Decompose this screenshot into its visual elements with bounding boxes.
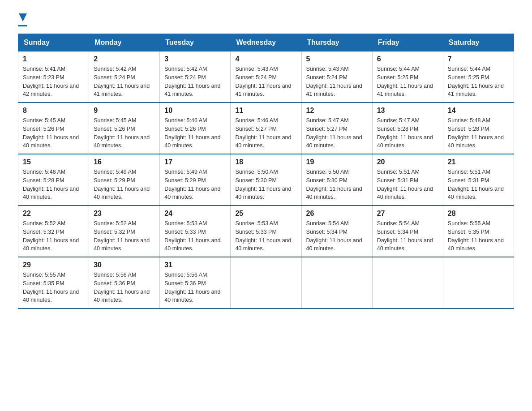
day-info: Sunrise: 5:43 AMSunset: 5:24 PMDaylight:… [235, 66, 291, 97]
day-number: 21 [448, 158, 509, 166]
day-info: Sunrise: 5:48 AMSunset: 5:28 PMDaylight:… [23, 169, 79, 200]
logo [18, 13, 27, 26]
day-number: 8 [23, 107, 84, 115]
day-info: Sunrise: 5:50 AMSunset: 5:30 PMDaylight:… [306, 169, 362, 200]
day-info: Sunrise: 5:51 AMSunset: 5:31 PMDaylight:… [448, 169, 504, 200]
day-number: 1 [23, 55, 84, 63]
day-of-week-header: Thursday [301, 34, 372, 51]
day-number: 5 [306, 55, 368, 63]
calendar-day-cell: 28 Sunrise: 5:55 AMSunset: 5:35 PMDaylig… [443, 206, 514, 257]
day-number: 16 [94, 158, 155, 166]
day-number: 19 [306, 158, 368, 166]
calendar-day-cell: 17 Sunrise: 5:49 AMSunset: 5:29 PMDaylig… [160, 154, 231, 206]
day-number: 10 [164, 107, 226, 115]
calendar-day-cell: 22 Sunrise: 5:52 AMSunset: 5:32 PMDaylig… [18, 206, 89, 257]
calendar-day-cell: 14 Sunrise: 5:48 AMSunset: 5:28 PMDaylig… [443, 103, 514, 154]
day-number: 28 [448, 210, 509, 218]
day-info: Sunrise: 5:49 AMSunset: 5:29 PMDaylight:… [164, 169, 220, 200]
day-of-week-header: Friday [372, 34, 443, 51]
calendar-day-cell: 12 Sunrise: 5:47 AMSunset: 5:27 PMDaylig… [301, 103, 372, 154]
calendar-day-cell: 2 Sunrise: 5:42 AMSunset: 5:24 PMDayligh… [89, 51, 160, 103]
day-number: 7 [448, 55, 509, 63]
calendar-day-cell: 25 Sunrise: 5:53 AMSunset: 5:33 PMDaylig… [231, 206, 301, 257]
day-number: 15 [23, 158, 84, 166]
day-info: Sunrise: 5:54 AMSunset: 5:34 PMDaylight:… [377, 220, 433, 252]
calendar-day-cell: 20 Sunrise: 5:51 AMSunset: 5:31 PMDaylig… [372, 154, 443, 206]
day-of-week-header: Sunday [18, 34, 89, 51]
calendar-day-cell: 16 Sunrise: 5:49 AMSunset: 5:29 PMDaylig… [89, 154, 160, 206]
day-number: 14 [448, 107, 509, 115]
day-number: 9 [94, 107, 155, 115]
logo-triangle-icon [19, 13, 27, 21]
calendar-header-row: SundayMondayTuesdayWednesdayThursdayFrid… [18, 34, 514, 51]
day-info: Sunrise: 5:47 AMSunset: 5:28 PMDaylight:… [377, 117, 433, 149]
day-number: 6 [377, 55, 438, 63]
day-number: 12 [306, 107, 368, 115]
day-info: Sunrise: 5:44 AMSunset: 5:25 PMDaylight:… [448, 66, 504, 97]
day-info: Sunrise: 5:52 AMSunset: 5:32 PMDaylight:… [23, 220, 79, 252]
day-number: 20 [377, 158, 438, 166]
calendar-day-cell: 26 Sunrise: 5:54 AMSunset: 5:34 PMDaylig… [301, 206, 372, 257]
day-number: 17 [164, 158, 226, 166]
calendar-day-cell: 5 Sunrise: 5:43 AMSunset: 5:24 PMDayligh… [301, 51, 372, 103]
day-info: Sunrise: 5:51 AMSunset: 5:31 PMDaylight:… [377, 169, 433, 200]
calendar-day-cell [443, 257, 514, 308]
calendar-day-cell: 3 Sunrise: 5:42 AMSunset: 5:24 PMDayligh… [160, 51, 231, 103]
day-info: Sunrise: 5:47 AMSunset: 5:27 PMDaylight:… [306, 117, 362, 149]
day-info: Sunrise: 5:45 AMSunset: 5:26 PMDaylight:… [23, 117, 79, 149]
day-info: Sunrise: 5:53 AMSunset: 5:33 PMDaylight:… [235, 220, 291, 252]
day-of-week-header: Wednesday [231, 34, 301, 51]
day-number: 3 [164, 55, 226, 63]
calendar-day-cell: 1 Sunrise: 5:41 AMSunset: 5:23 PMDayligh… [18, 51, 89, 103]
calendar-day-cell: 13 Sunrise: 5:47 AMSunset: 5:28 PMDaylig… [372, 103, 443, 154]
calendar-day-cell: 18 Sunrise: 5:50 AMSunset: 5:30 PMDaylig… [231, 154, 301, 206]
calendar-day-cell: 15 Sunrise: 5:48 AMSunset: 5:28 PMDaylig… [18, 154, 89, 206]
calendar-week-row: 29 Sunrise: 5:55 AMSunset: 5:35 PMDaylig… [18, 257, 514, 308]
day-number: 25 [235, 210, 296, 218]
calendar-day-cell: 23 Sunrise: 5:52 AMSunset: 5:32 PMDaylig… [89, 206, 160, 257]
day-of-week-header: Tuesday [160, 34, 231, 51]
day-info: Sunrise: 5:42 AMSunset: 5:24 PMDaylight:… [94, 66, 150, 97]
day-info: Sunrise: 5:56 AMSunset: 5:36 PMDaylight:… [94, 272, 150, 303]
day-info: Sunrise: 5:46 AMSunset: 5:27 PMDaylight:… [235, 117, 291, 149]
day-number: 29 [23, 261, 84, 269]
calendar-day-cell [301, 257, 372, 308]
day-info: Sunrise: 5:52 AMSunset: 5:32 PMDaylight:… [94, 220, 150, 252]
day-info: Sunrise: 5:55 AMSunset: 5:35 PMDaylight:… [448, 220, 504, 252]
calendar-day-cell: 7 Sunrise: 5:44 AMSunset: 5:25 PMDayligh… [443, 51, 514, 103]
day-number: 26 [306, 210, 368, 218]
day-info: Sunrise: 5:56 AMSunset: 5:36 PMDaylight:… [164, 272, 220, 303]
calendar-day-cell: 19 Sunrise: 5:50 AMSunset: 5:30 PMDaylig… [301, 154, 372, 206]
calendar-day-cell: 21 Sunrise: 5:51 AMSunset: 5:31 PMDaylig… [443, 154, 514, 206]
day-info: Sunrise: 5:48 AMSunset: 5:28 PMDaylight:… [448, 117, 504, 149]
calendar-table: SundayMondayTuesdayWednesdayThursdayFrid… [18, 34, 514, 309]
day-number: 22 [23, 210, 84, 218]
calendar-day-cell: 8 Sunrise: 5:45 AMSunset: 5:26 PMDayligh… [18, 103, 89, 154]
calendar-day-cell: 24 Sunrise: 5:53 AMSunset: 5:33 PMDaylig… [160, 206, 231, 257]
day-info: Sunrise: 5:55 AMSunset: 5:35 PMDaylight:… [23, 272, 79, 303]
calendar-week-row: 15 Sunrise: 5:48 AMSunset: 5:28 PMDaylig… [18, 154, 514, 206]
calendar-day-cell: 6 Sunrise: 5:44 AMSunset: 5:25 PMDayligh… [372, 51, 443, 103]
day-info: Sunrise: 5:42 AMSunset: 5:24 PMDaylight:… [164, 66, 220, 97]
calendar-day-cell: 11 Sunrise: 5:46 AMSunset: 5:27 PMDaylig… [231, 103, 301, 154]
calendar-day-cell [372, 257, 443, 308]
day-number: 4 [235, 55, 296, 63]
day-info: Sunrise: 5:54 AMSunset: 5:34 PMDaylight:… [306, 220, 362, 252]
day-number: 24 [164, 210, 226, 218]
day-of-week-header: Monday [89, 34, 160, 51]
calendar-day-cell: 4 Sunrise: 5:43 AMSunset: 5:24 PMDayligh… [231, 51, 301, 103]
calendar-day-cell: 10 Sunrise: 5:46 AMSunset: 5:26 PMDaylig… [160, 103, 231, 154]
day-info: Sunrise: 5:46 AMSunset: 5:26 PMDaylight:… [164, 117, 220, 149]
day-info: Sunrise: 5:50 AMSunset: 5:30 PMDaylight:… [235, 169, 291, 200]
calendar-day-cell: 29 Sunrise: 5:55 AMSunset: 5:35 PMDaylig… [18, 257, 89, 308]
day-info: Sunrise: 5:53 AMSunset: 5:33 PMDaylight:… [164, 220, 220, 252]
day-number: 31 [164, 261, 226, 269]
day-number: 2 [94, 55, 155, 63]
day-number: 23 [94, 210, 155, 218]
calendar-day-cell: 27 Sunrise: 5:54 AMSunset: 5:34 PMDaylig… [372, 206, 443, 257]
day-info: Sunrise: 5:49 AMSunset: 5:29 PMDaylight:… [94, 169, 150, 200]
day-number: 27 [377, 210, 438, 218]
calendar-week-row: 22 Sunrise: 5:52 AMSunset: 5:32 PMDaylig… [18, 206, 514, 257]
calendar-week-row: 1 Sunrise: 5:41 AMSunset: 5:23 PMDayligh… [18, 51, 514, 103]
svg-marker-0 [19, 13, 27, 21]
